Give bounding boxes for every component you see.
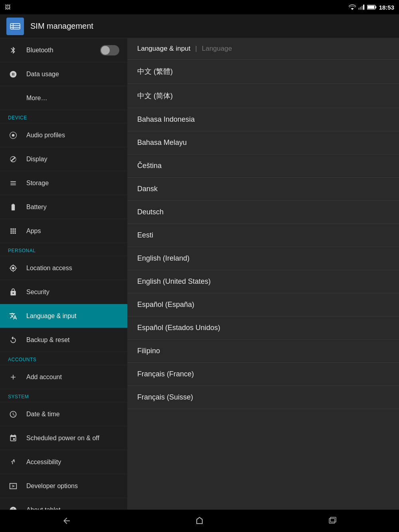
sidebar-item-add-account[interactable]: Add account [0,365,127,389]
signal-icon [358,4,365,10]
language-item[interactable]: Français (Suisse) [128,386,399,409]
svg-rect-2 [361,6,363,10]
language-item[interactable]: Eesti [128,224,399,247]
accessibility-icon [8,457,18,467]
main-content: Bluetooth Data usage More… DEVICE [0,38,399,510]
backup-icon [8,335,18,345]
language-item[interactable]: Filipino [128,340,399,363]
section-personal: PERSONAL [0,243,127,256]
sidebar-item-date-time[interactable]: Date & time [0,402,127,426]
panel-sep: | [195,45,197,53]
sidebar-item-audio[interactable]: Audio profiles [0,123,127,147]
language-item[interactable]: Español (Estados Unidos) [128,316,399,340]
sidebar-item-scheduled-power[interactable]: Scheduled power on & off [0,426,127,450]
about-label: About tablet [26,506,60,510]
scheduled-power-icon [8,433,18,443]
battery-status-icon [367,4,377,10]
back-button[interactable] [55,513,79,529]
storage-label: Storage [26,180,49,187]
svg-rect-14 [330,517,336,522]
right-panel: Language & input | Language 中文 (繁體)中文 (简… [128,38,399,510]
language-item[interactable]: Bahasa Melayu [128,131,399,154]
more-label: More… [26,95,47,102]
storage-icon [8,178,18,188]
sidebar-item-apps[interactable]: Apps [0,219,127,243]
about-icon [8,505,18,510]
date-time-icon [8,409,18,419]
accessibility-label: Accessibility [26,459,61,466]
panel-title: Language & input [137,45,190,53]
date-time-label: Date & time [26,411,60,418]
sidebar-item-language[interactable]: Language & input [0,304,127,328]
bluetooth-label: Bluetooth [26,47,53,54]
sidebar-item-location[interactable]: Location access [0,256,127,280]
svg-point-12 [12,134,15,136]
sidebar-item-data-usage[interactable]: Data usage [0,62,127,86]
svg-rect-3 [363,5,364,10]
section-accounts: ACCOUNTS [0,352,127,365]
sidebar-item-security[interactable]: Security [0,280,127,304]
location-label: Location access [26,265,72,272]
data-usage-icon [8,69,18,79]
apps-label: Apps [26,227,41,235]
battery-label: Battery [26,204,47,211]
backup-label: Backup & reset [26,336,70,344]
audio-icon [8,130,18,140]
section-device: DEVICE [0,110,127,123]
svg-rect-1 [360,7,361,10]
display-label: Display [26,156,47,163]
language-item[interactable]: 中文 (简体) [128,84,399,108]
security-label: Security [26,289,49,296]
status-bar: 🖼 18:53 [0,0,399,14]
language-item[interactable]: 中文 (繁體) [128,59,399,84]
language-item[interactable]: English (United States) [128,270,399,293]
app-header: SIM management [0,14,399,38]
sidebar-item-accessibility[interactable]: Accessibility [0,450,127,474]
bluetooth-toggle[interactable] [100,45,119,55]
language-label: Language & input [26,312,76,320]
security-icon [8,287,18,297]
svg-rect-13 [329,518,335,523]
app-title: SIM management [30,22,93,31]
bottom-nav [0,510,399,532]
data-usage-label: Data usage [26,71,59,78]
wifi-icon [349,4,356,10]
language-item[interactable]: Dansk [128,178,399,201]
language-item[interactable]: Bahasa Indonesia [128,108,399,131]
sidebar-item-display[interactable]: Display [0,147,127,171]
add-account-icon [8,372,18,382]
home-button[interactable] [188,513,211,529]
add-account-label: Add account [26,374,62,381]
sidebar: Bluetooth Data usage More… DEVICE [0,38,128,510]
sidebar-item-developer[interactable]: Developer options [0,474,127,498]
status-icons: 18:53 [349,4,394,11]
sidebar-item-storage[interactable]: Storage [0,171,127,195]
language-list: 中文 (繁體)中文 (简体)Bahasa IndonesiaBahasa Mel… [128,59,399,409]
sidebar-item-bluetooth[interactable]: Bluetooth [0,38,127,62]
apps-icon [8,226,18,236]
location-icon [8,263,18,273]
app-icon [6,18,24,35]
sidebar-item-more[interactable]: More… [0,86,127,110]
status-time: 18:53 [379,4,394,11]
language-item[interactable]: English (Ireland) [128,247,399,270]
audio-label: Audio profiles [26,132,65,139]
language-item[interactable]: Čeština [128,154,399,178]
sidebar-item-about[interactable]: About tablet [0,498,127,510]
scheduled-power-label: Scheduled power on & off [26,435,99,442]
bluetooth-icon [8,45,18,55]
battery-icon [8,202,18,212]
svg-rect-7 [10,24,20,29]
language-item[interactable]: Español (España) [128,293,399,316]
sidebar-item-backup[interactable]: Backup & reset [0,328,127,352]
language-item[interactable]: Français (France) [128,363,399,386]
svg-rect-5 [375,6,376,8]
toggle-knob [101,46,110,55]
sidebar-item-battery[interactable]: Battery [0,195,127,219]
recents-button[interactable] [320,513,344,529]
panel-header: Language & input | Language [128,38,399,59]
developer-label: Developer options [26,483,78,490]
language-item[interactable]: Deutsch [128,201,399,224]
section-system: SYSTEM [0,389,127,402]
svg-rect-0 [358,8,359,10]
